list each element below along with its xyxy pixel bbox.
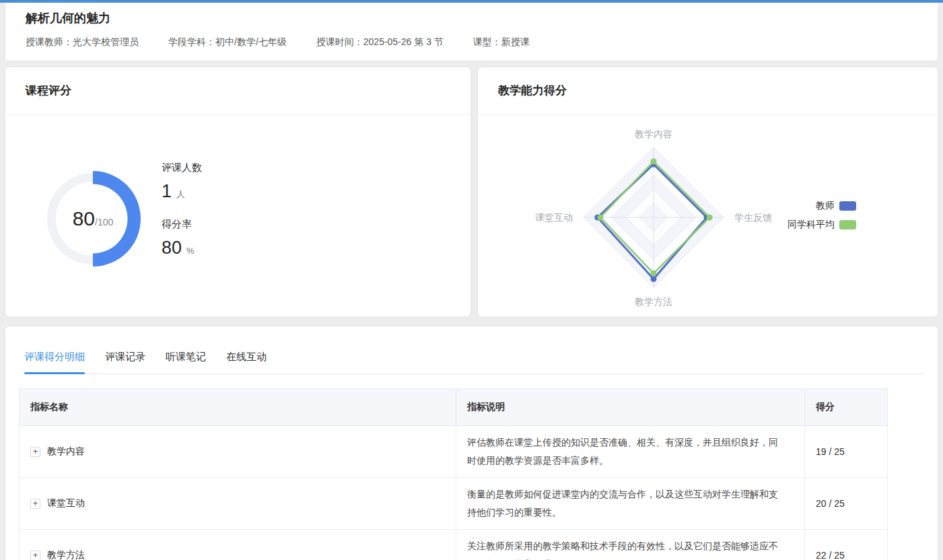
score-max: /100	[95, 217, 113, 228]
indicator-score: 22 / 25	[805, 530, 888, 560]
indicator-score: 19 / 25	[805, 426, 888, 478]
score-donut-chart: 80/100	[36, 162, 150, 276]
score-rate: 80 %	[162, 238, 202, 258]
score-card-title: 课程评分	[26, 83, 71, 98]
indicator-name: 教学方法	[47, 549, 85, 560]
tab-evaluation-records[interactable]: 评课记录	[105, 351, 145, 374]
indicator-desc: 关注教师所采用的教学策略和技术手段的有效性，以及它们是否能够适应不同的学习风格和…	[456, 530, 805, 560]
expand-row-button[interactable]: +	[30, 499, 40, 509]
header-score: 得分	[805, 389, 888, 426]
evaluation-detail-card: 评课得分明细 评课记录 听课笔记 在线互动 指标名称 指标说明 得分 + 教学内…	[5, 326, 938, 560]
meta-course-type: 课型：新授课	[473, 36, 530, 48]
indicator-desc: 评估教师在课堂上传授的知识是否准确、相关、有深度，并且组织良好，同时使用的教学资…	[456, 426, 805, 478]
table-row: + 教学内容 评估教师在课堂上传授的知识是否准确、相关、有深度，并且组织良好，同…	[20, 426, 888, 478]
table-row: + 教学方法 关注教师所采用的教学策略和技术手段的有效性，以及它们是否能够适应不…	[20, 530, 888, 560]
tab-listening-notes[interactable]: 听课笔记	[166, 351, 206, 374]
page-title: 解析几何的魅力	[26, 10, 110, 26]
course-meta-row: 授课教师：光大学校管理员 学段学科：初中/数学/七年级 授课时间：2025-05…	[26, 36, 530, 48]
svg-text:教学内容: 教学内容	[635, 129, 672, 139]
meta-teacher: 授课教师：光大学校管理员	[26, 36, 139, 48]
teaching-ability-card: 教学能力得分 教学内容学生反馈教学方法课堂互动 教师 同学科平均	[478, 67, 938, 316]
svg-text:教学方法: 教学方法	[635, 296, 672, 307]
expand-row-button[interactable]: +	[30, 551, 40, 560]
indicator-desc: 衡量的是教师如何促进课堂内的交流与合作，以及这些互动对学生理解和支持他们学习的重…	[456, 478, 805, 530]
score-stats: 评课人数 1 人 得分率 80 %	[162, 162, 202, 258]
indicator-score: 20 / 25	[805, 478, 888, 530]
course-header-card: 解析几何的魅力 授课教师：光大学校管理员 学段学科：初中/数学/七年级 授课时间…	[5, 3, 938, 61]
score-rate-label: 得分率	[162, 218, 202, 231]
donut-center-label: 80/100	[36, 162, 150, 276]
indicator-score-table: 指标名称 指标说明 得分 + 教学内容 评估教师在课堂上传授的知识是否准确、相关…	[19, 388, 888, 560]
score-card-header: 课程评分	[5, 67, 470, 115]
meta-time: 授课时间：2025-05-26 第 3 节	[316, 36, 444, 48]
svg-text:学生反馈: 学生反馈	[734, 212, 772, 223]
tab-score-detail[interactable]: 评课得分明细	[24, 351, 85, 374]
radar-chart: 教学内容学生反馈教学方法课堂互动	[478, 67, 938, 316]
evaluator-count-label: 评课人数	[162, 162, 202, 174]
expand-row-button[interactable]: +	[30, 447, 40, 457]
meta-grade-subject: 学段学科：初中/数学/七年级	[168, 36, 287, 48]
table-header-row: 指标名称 指标说明 得分	[20, 389, 888, 426]
evaluator-count: 1 人	[162, 181, 202, 202]
subject-average-swatch	[839, 220, 856, 230]
indicator-name: 课堂互动	[47, 497, 85, 510]
header-indicator-desc: 指标说明	[456, 389, 805, 426]
radar-legend: 教师 同学科平均	[788, 200, 856, 231]
legend-item-subject-average[interactable]: 同学科平均	[788, 219, 856, 231]
tab-online-interaction[interactable]: 在线互动	[226, 351, 267, 374]
teacher-swatch	[839, 201, 856, 211]
score-value: 80	[73, 207, 95, 230]
indicator-name: 教学内容	[47, 446, 85, 458]
table-row: + 课堂互动 衡量的是教师如何促进课堂内的交流与合作，以及这些互动对学生理解和支…	[20, 478, 888, 530]
course-score-card: 课程评分 80/100 评课人数 1 人 得分率 80 %	[5, 67, 470, 316]
svg-text:课堂互动: 课堂互动	[535, 212, 573, 223]
legend-item-teacher[interactable]: 教师	[788, 200, 856, 212]
tabs-bar: 评课得分明细 评课记录 听课笔记 在线互动	[24, 351, 924, 374]
header-indicator-name: 指标名称	[20, 389, 456, 426]
